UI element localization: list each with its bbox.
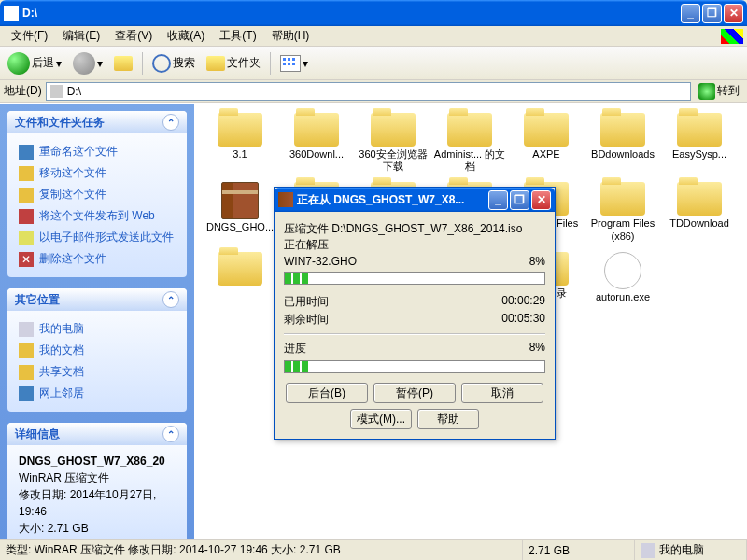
file-item[interactable]: AXPE bbox=[508, 111, 585, 175]
folders-button[interactable]: 文件夹 bbox=[203, 53, 264, 73]
pause-button[interactable]: 暂停(P) bbox=[374, 383, 456, 403]
details-type: WinRAR 压缩文件 bbox=[19, 469, 176, 486]
places-title: 其它位置 bbox=[15, 292, 60, 308]
places-body: 我的电脑 我的文档 共享文档 网上邻居 bbox=[7, 311, 187, 412]
close-button[interactable]: ✕ bbox=[724, 4, 743, 23]
menu-file[interactable]: 文件(F) bbox=[4, 26, 55, 46]
remain-row: 剩余时间 00:05:30 bbox=[284, 312, 545, 328]
search-button[interactable]: 搜索 bbox=[148, 52, 199, 75]
file-item[interactable]: BDdownloads bbox=[585, 111, 661, 175]
address-value: D:\ bbox=[67, 85, 81, 98]
chevron-down-icon: ▾ bbox=[56, 57, 62, 70]
computer-icon bbox=[641, 543, 655, 558]
back-icon bbox=[7, 52, 30, 75]
details-size: 大小: 2.71 GB bbox=[19, 520, 176, 537]
help-button[interactable]: 帮助 bbox=[417, 409, 479, 429]
file-label: 360Downl... bbox=[280, 148, 353, 161]
menu-fav[interactable]: 收藏(A) bbox=[160, 26, 212, 46]
file-item[interactable]: 360Downl... bbox=[278, 111, 355, 175]
file-item[interactable] bbox=[202, 250, 278, 305]
file-label: 360安全浏览器下载 bbox=[357, 148, 430, 173]
windows-flag-icon bbox=[721, 29, 743, 44]
minimize-button[interactable]: _ bbox=[681, 4, 700, 23]
file-label: DNGS_GHO... bbox=[204, 221, 276, 233]
file-item[interactable]: 360安全浏览器下载 bbox=[355, 111, 431, 175]
address-input[interactable]: D:\ bbox=[46, 82, 691, 101]
place-computer[interactable]: 我的电脑 bbox=[19, 318, 176, 340]
disc-icon bbox=[604, 252, 641, 289]
chevron-up-icon: ⌃ bbox=[162, 114, 179, 131]
places-header[interactable]: 其它位置 ⌃ bbox=[7, 288, 187, 311]
folder-up-icon bbox=[114, 56, 133, 71]
file-item[interactable]: DNGS_GHO... bbox=[202, 180, 278, 244]
folder-icon bbox=[677, 113, 722, 147]
file-label: autorun.exe bbox=[586, 291, 659, 303]
go-icon bbox=[698, 83, 715, 100]
details-filename: DNGS_GHOST_W7_X86_20 bbox=[19, 453, 176, 469]
maximize-button[interactable]: ❐ bbox=[702, 4, 722, 23]
file-item[interactable]: TDDownload bbox=[661, 180, 738, 244]
copy-icon bbox=[19, 188, 34, 203]
dialog-minimize-button[interactable]: _ bbox=[488, 190, 508, 210]
current-file: WIN7-32.GHO bbox=[284, 255, 357, 268]
total-progress-fill bbox=[285, 361, 544, 372]
forward-button[interactable]: ▾ bbox=[69, 50, 106, 77]
views-icon bbox=[280, 55, 301, 72]
go-button[interactable]: 转到 bbox=[695, 83, 743, 100]
task-email[interactable]: 以电子邮件形式发送此文件 bbox=[19, 227, 176, 248]
file-label: EasySysp... bbox=[663, 148, 736, 161]
file-label: TDDownload bbox=[663, 217, 736, 230]
progress-row: 进度 8% bbox=[284, 341, 545, 357]
file-label: BDdownloads bbox=[586, 148, 659, 161]
details-date: 修改日期: 2014年10月27日, 19:46 bbox=[19, 486, 176, 520]
window-title: D:\ bbox=[22, 7, 681, 20]
mode-button[interactable]: 模式(M)... bbox=[350, 409, 412, 429]
task-move[interactable]: 移动这个文件 bbox=[19, 162, 176, 184]
menu-view[interactable]: 查看(V) bbox=[107, 26, 160, 46]
up-button[interactable] bbox=[110, 54, 136, 73]
task-rename[interactable]: 重命名这个文件 bbox=[19, 141, 176, 162]
file-item[interactable]: EasySysp... bbox=[661, 111, 738, 175]
address-bar: 地址(D) D:\ 转到 bbox=[0, 80, 747, 103]
network-icon bbox=[19, 386, 34, 401]
tasks-header[interactable]: 文件和文件夹任务 ⌃ bbox=[7, 111, 187, 133]
menu-tools[interactable]: 工具(T) bbox=[212, 26, 263, 46]
back-button[interactable]: 后退 ▾ bbox=[4, 50, 65, 77]
views-button[interactable]: ▾ bbox=[276, 53, 312, 74]
place-docs[interactable]: 我的文档 bbox=[19, 340, 176, 361]
places-panel: 其它位置 ⌃ 我的电脑 我的文档 共享文档 网上邻居 bbox=[7, 288, 187, 412]
delete-icon: ✕ bbox=[19, 252, 34, 267]
file-item[interactable]: Program Files (x86) bbox=[585, 180, 661, 244]
menu-help[interactable]: 帮助(H) bbox=[264, 26, 317, 46]
task-delete[interactable]: ✕删除这个文件 bbox=[19, 248, 176, 270]
background-button[interactable]: 后台(B) bbox=[286, 383, 368, 403]
details-header[interactable]: 详细信息 ⌃ bbox=[7, 423, 187, 445]
task-copy[interactable]: 复制这个文件 bbox=[19, 184, 176, 205]
menu-edit[interactable]: 编辑(E) bbox=[55, 26, 107, 46]
rar-icon bbox=[221, 182, 259, 219]
archive-path: 压缩文件 D:\DNGS_GHOST_W7_X86_2014.iso bbox=[284, 221, 545, 237]
details-title: 详细信息 bbox=[15, 427, 60, 442]
place-network[interactable]: 网上邻居 bbox=[19, 383, 176, 404]
dialog-separator bbox=[284, 333, 545, 335]
dialog-titlebar: 正在从 DNGS_GHOST_W7_X8... _ ❐ ✕ bbox=[275, 188, 555, 212]
cancel-button[interactable]: 取消 bbox=[461, 383, 543, 403]
task-publish[interactable]: 将这个文件发布到 Web bbox=[19, 205, 176, 227]
file-item[interactable]: 3.1 bbox=[202, 111, 278, 175]
folder-icon bbox=[447, 113, 492, 147]
current-file-row: WIN7-32.GHO 8% bbox=[284, 255, 545, 268]
file-label: Program Files (x86) bbox=[586, 217, 659, 242]
place-shared[interactable]: 共享文档 bbox=[19, 361, 176, 383]
back-label: 后退 bbox=[32, 55, 54, 71]
search-label: 搜索 bbox=[173, 55, 195, 71]
go-label: 转到 bbox=[717, 83, 740, 99]
dialog-close-button[interactable]: ✕ bbox=[531, 190, 551, 210]
file-item[interactable]: autorun.exe bbox=[585, 250, 661, 305]
window-titlebar: D:\ _ ❐ ✕ bbox=[0, 0, 747, 26]
file-item[interactable]: Administ... 的文档 bbox=[431, 111, 508, 175]
folder-icon bbox=[677, 182, 722, 216]
folder-icon bbox=[600, 113, 645, 147]
winrar-icon bbox=[278, 192, 293, 207]
dialog-maximize-button[interactable]: ❐ bbox=[510, 190, 529, 210]
email-icon bbox=[19, 231, 34, 245]
